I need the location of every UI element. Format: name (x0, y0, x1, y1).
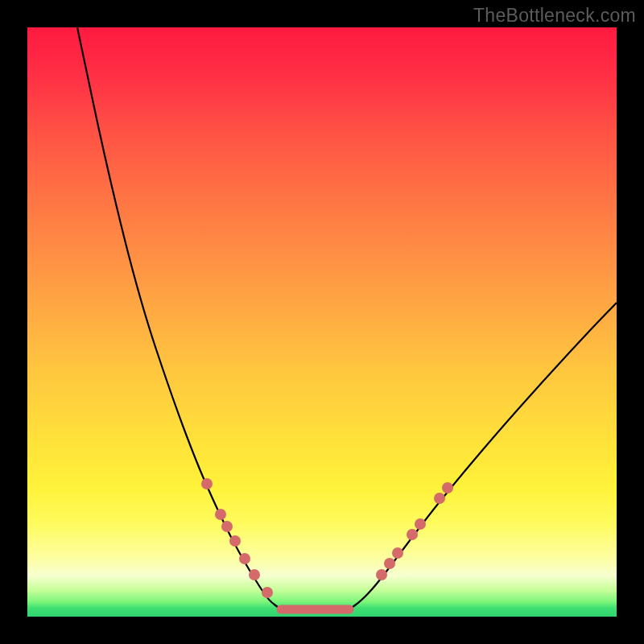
data-marker (262, 587, 273, 598)
curve-layer (27, 27, 617, 617)
data-marker (415, 518, 426, 530)
plot-area (27, 27, 617, 617)
curve-left-branch (77, 27, 281, 609)
data-marker (221, 521, 233, 532)
data-marker (392, 547, 403, 559)
data-marker (229, 535, 241, 547)
data-marker (434, 493, 445, 504)
data-marker (239, 553, 250, 564)
data-marker (442, 482, 453, 493)
data-marker (376, 569, 387, 580)
watermark-text: TheBottleneck.com (473, 5, 636, 27)
markers-group (201, 478, 453, 598)
data-marker (215, 509, 226, 520)
chart-frame: TheBottleneck.com (0, 0, 644, 644)
data-marker (407, 529, 418, 540)
data-marker (249, 569, 260, 580)
data-marker (384, 558, 395, 569)
data-marker (201, 478, 213, 489)
